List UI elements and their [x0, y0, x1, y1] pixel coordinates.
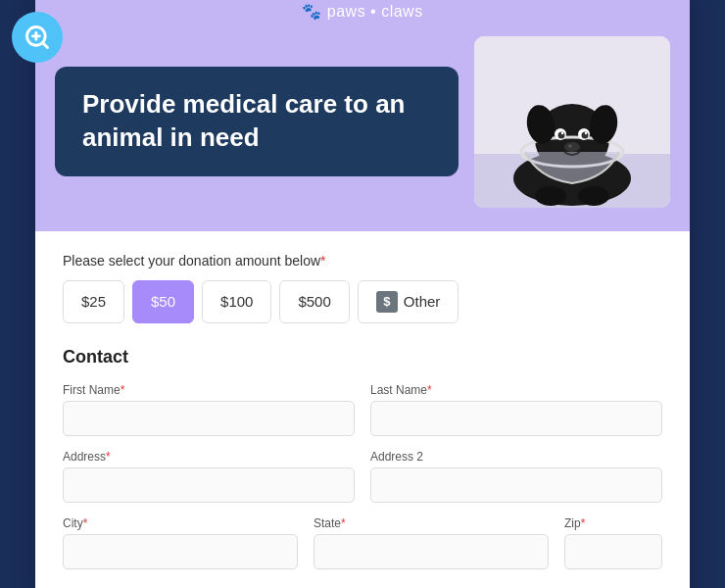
- zoom-in-icon: [24, 24, 51, 51]
- address-row: Address* Address 2: [63, 450, 662, 503]
- dog-svg: [474, 36, 670, 208]
- brand-text: paws • claws: [327, 3, 423, 20]
- address-group: Address*: [63, 450, 355, 503]
- city-state-zip-row: City* State* Zip*: [63, 516, 662, 569]
- contact-heading: Contact: [63, 347, 662, 368]
- paw-icon: 🐾: [302, 3, 322, 20]
- address2-label: Address 2: [370, 450, 662, 464]
- donation-label: Please select your donation amount below…: [63, 253, 662, 269]
- svg-point-20: [578, 186, 609, 206]
- brand-name: 🐾 paws • claws: [55, 2, 670, 21]
- donation-25-button[interactable]: $25: [63, 280, 124, 323]
- form-section: Please select your donation amount below…: [35, 231, 690, 589]
- other-label: Other: [404, 293, 441, 310]
- donation-required-asterisk: *: [320, 253, 325, 269]
- address2-group: Address 2: [370, 450, 662, 503]
- address2-input[interactable]: [370, 467, 662, 503]
- first-name-input[interactable]: [63, 401, 355, 436]
- city-group: City*: [63, 516, 298, 569]
- svg-point-13: [561, 131, 563, 133]
- name-row: First Name* Last Name*: [63, 383, 662, 436]
- city-input[interactable]: [63, 534, 298, 569]
- zip-label: Zip*: [564, 516, 662, 530]
- state-group: State*: [314, 516, 549, 569]
- hero-text-box: Provide medical care to an animal in nee…: [55, 67, 459, 176]
- first-name-label: First Name*: [63, 383, 355, 397]
- city-label: City*: [63, 516, 298, 530]
- last-name-label: Last Name*: [370, 383, 662, 397]
- donation-label-text: Please select your donation amount below: [63, 253, 320, 269]
- dollar-icon: $: [376, 291, 398, 313]
- donation-other-button[interactable]: $ Other: [358, 280, 459, 323]
- last-name-input[interactable]: [370, 401, 662, 436]
- svg-point-16: [568, 144, 572, 147]
- donation-options: $25 $50 $100 $500 $ Other: [63, 280, 662, 323]
- donation-100-button[interactable]: $100: [202, 280, 271, 323]
- zip-group: Zip*: [564, 516, 662, 569]
- svg-point-19: [535, 186, 566, 206]
- hero-headline: Provide medical care to an animal in nee…: [82, 88, 431, 155]
- state-input[interactable]: [314, 534, 549, 569]
- state-label: State*: [314, 516, 549, 530]
- first-name-group: First Name*: [63, 383, 355, 436]
- donation-500-button[interactable]: $500: [279, 280, 349, 323]
- donation-50-button[interactable]: $50: [132, 280, 194, 323]
- card: 🐾 paws • claws Provide medical care to a…: [35, 0, 690, 588]
- hero-content: Provide medical care to an animal in nee…: [55, 36, 670, 208]
- zip-input[interactable]: [564, 534, 662, 569]
- dog-image: [474, 36, 670, 208]
- svg-point-15: [564, 142, 580, 152]
- last-name-group: Last Name*: [370, 383, 662, 436]
- address-label: Address*: [63, 450, 355, 464]
- zoom-button[interactable]: [12, 12, 63, 63]
- svg-line-1: [42, 42, 47, 47]
- address-input[interactable]: [63, 467, 355, 503]
- hero-section: 🐾 paws • claws Provide medical care to a…: [35, 0, 690, 231]
- contact-section: Contact First Name* Last Name*: [63, 347, 662, 569]
- svg-point-14: [585, 131, 587, 133]
